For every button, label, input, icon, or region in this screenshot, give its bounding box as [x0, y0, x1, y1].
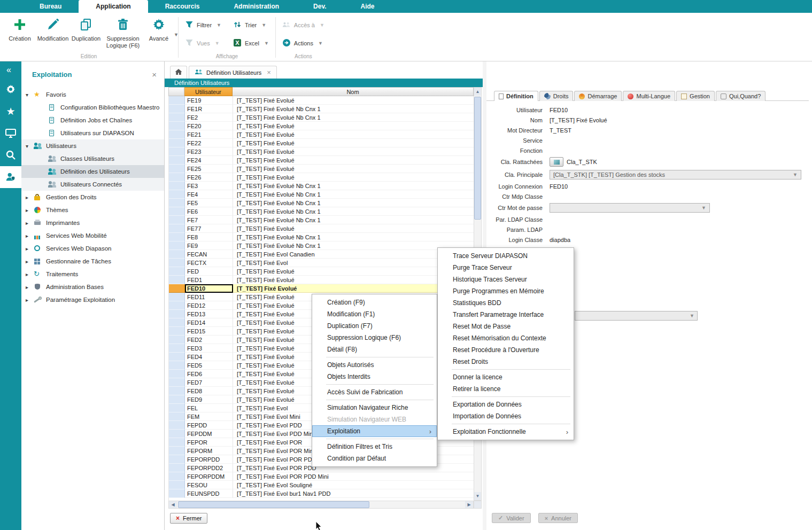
- row-selector[interactable]: [169, 327, 185, 336]
- tree-item[interactable]: Utilisateurs Connectés: [21, 178, 164, 191]
- row-selector[interactable]: [169, 404, 185, 412]
- row-selector[interactable]: [169, 361, 185, 370]
- submenu-item[interactable]: Importation de Données: [438, 410, 574, 422]
- row-selector[interactable]: [169, 96, 185, 105]
- row-selector[interactable]: [169, 259, 185, 267]
- tree-item[interactable]: Classes Utilisateurs: [21, 152, 164, 165]
- tree-item[interactable]: ▸ Traitements: [21, 268, 164, 280]
- row-selector[interactable]: [169, 318, 185, 327]
- table-row[interactable]: FED10 [T_TEST] Fixé Evolué: [169, 284, 474, 293]
- excel-button[interactable]: X Excel ▼: [230, 35, 272, 51]
- table-row[interactable]: FE2 [T_TEST] Fixé Evolué Nb Cnx 1: [169, 113, 474, 122]
- row-selector[interactable]: [169, 336, 185, 344]
- row-selector[interactable]: [169, 412, 185, 421]
- row-selector[interactable]: [169, 190, 185, 199]
- tree-item[interactable]: ▸ Paramétrage Exploitation: [21, 293, 164, 306]
- table-row[interactable]: FE21 [T_TEST] Fixé Evolué: [169, 130, 474, 139]
- field-value-box[interactable]: FED10 ▼: [550, 183, 812, 190]
- tree-item[interactable]: ▸ Thèmes: [21, 204, 164, 216]
- chevron-down-icon[interactable]: ▼: [261, 22, 266, 28]
- actions-button[interactable]: Actions ▼: [280, 35, 327, 51]
- row-selector[interactable]: [169, 199, 185, 207]
- tree-item[interactable]: ▾ Utilisateurs: [21, 139, 164, 152]
- tree-item[interactable]: ▸ Gestionnaire de Tâches: [21, 255, 164, 268]
- row-selector[interactable]: [169, 370, 185, 378]
- row-selector[interactable]: [169, 165, 185, 173]
- close-panel-icon[interactable]: ×: [152, 70, 157, 79]
- tree-item[interactable]: ▸ Imprimantes: [21, 216, 164, 229]
- submenu-item[interactable]: Statistiques BDD: [438, 297, 574, 309]
- expander-icon[interactable]: ▸: [26, 220, 34, 226]
- tree-item[interactable]: Configuration Bibliothèques Maestro: [21, 101, 164, 114]
- submenu-item[interactable]: Transfert Parametrage Interface: [438, 309, 574, 321]
- detail-tab[interactable]: Démarrage: [574, 91, 622, 101]
- expander-icon[interactable]: ▾: [26, 92, 34, 98]
- row-selector[interactable]: [169, 233, 185, 241]
- settings-strip-button[interactable]: [0, 79, 21, 100]
- scroll-right-icon[interactable]: ▶: [465, 501, 473, 508]
- horizontal-scroll-thumb[interactable]: [178, 501, 369, 508]
- submenu-item[interactable]: Trace Serveur DIAPASON: [438, 250, 574, 262]
- row-selector[interactable]: [169, 310, 185, 318]
- filtrer-button[interactable]: Filtrer ▼: [182, 17, 224, 33]
- row-selector[interactable]: [169, 276, 185, 284]
- row-selector[interactable]: [169, 224, 185, 233]
- row-selector[interactable]: [169, 250, 185, 259]
- table-row[interactable]: FED [T_TEST] Fixé Evolué: [169, 267, 474, 276]
- detail-tab[interactable]: Droits: [539, 91, 574, 101]
- tree-item[interactable]: Utilisateurs sur DIAPASON: [21, 127, 164, 139]
- scroll-down-icon[interactable]: ▼: [474, 492, 481, 500]
- row-selector[interactable]: [169, 395, 185, 404]
- table-row[interactable]: FE9 [T_TEST] Fixé Evolué Nb Cnx 1: [169, 241, 474, 250]
- submenu-item[interactable]: Purge Programmes en Mémoire: [438, 285, 574, 297]
- chevron-down-icon[interactable]: ▼: [701, 205, 706, 211]
- expander-icon[interactable]: ▸: [26, 259, 34, 264]
- context-menu-item[interactable]: Modification (F1): [312, 308, 437, 320]
- context-menu-item[interactable]: Accès Suivi de Fabrication: [312, 386, 437, 398]
- row-selector[interactable]: [169, 481, 185, 489]
- detail-tab[interactable]: Gestion: [676, 91, 715, 101]
- row-selector[interactable]: [169, 353, 185, 361]
- menubar-item[interactable]: Dev.: [296, 0, 343, 13]
- field-value-box[interactable]: diapdba ▼: [550, 237, 812, 243]
- tree-item[interactable]: ▾ Favoris: [21, 88, 164, 101]
- column-header-nom[interactable]: Nom: [233, 87, 474, 96]
- expander-icon[interactable]: ▸: [26, 233, 34, 239]
- duplication-button[interactable]: Duplication: [69, 13, 103, 52]
- row-selector[interactable]: [169, 267, 185, 276]
- context-menu-item[interactable]: Simulation Navigateur Riche: [312, 402, 437, 414]
- table-row[interactable]: FE22 [T_TEST] Fixé Evolué: [169, 139, 474, 147]
- table-row[interactable]: FE8 [T_TEST] Fixé Evolué Nb Cnx 1: [169, 233, 474, 241]
- menubar-item[interactable]: Bureau: [22, 0, 79, 13]
- chevron-down-icon[interactable]: ▼: [318, 41, 323, 46]
- row-selector[interactable]: [169, 455, 185, 464]
- table-row[interactable]: FE3 [T_TEST] Fixé Evolué Nb Cnx 1: [169, 182, 474, 190]
- row-selector[interactable]: [169, 105, 185, 113]
- search-strip-button[interactable]: [0, 144, 21, 166]
- field-value-box[interactable]: T_TEST ▼: [550, 127, 812, 134]
- table-row[interactable]: FECTX [T_TEST] Fixé Evol: [169, 259, 474, 267]
- expander-icon[interactable]: ▸: [26, 194, 34, 200]
- row-selector[interactable]: [169, 387, 185, 395]
- row-selector[interactable]: [169, 156, 185, 165]
- row-selector[interactable]: [169, 182, 185, 190]
- creation-button[interactable]: Création: [3, 13, 36, 52]
- menubar-item[interactable]: Administration: [216, 0, 296, 13]
- submenu-item[interactable]: Reset Mot de Passe: [438, 321, 574, 332]
- row-selector[interactable]: [169, 421, 185, 430]
- context-menu-item[interactable]: Objets Autorisés: [312, 359, 437, 371]
- table-row[interactable]: FE5 [T_TEST] Fixé Evolué Nb Cnx 1: [169, 199, 474, 207]
- context-menu-item[interactable]: Exploitation ›: [312, 425, 437, 437]
- menubar-item[interactable]: Raccourcis: [148, 0, 217, 13]
- class-lookup-button[interactable]: [550, 157, 563, 167]
- vues-button[interactable]: Vues ▼: [182, 35, 224, 51]
- row-selector[interactable]: [169, 489, 185, 498]
- suppression-logique-button[interactable]: Suppression Logique (F6): [103, 13, 143, 52]
- submenu-item[interactable]: Reset Mémorisation du Contexte: [438, 332, 574, 344]
- table-row[interactable]: FE25 [T_TEST] Fixé Evolué: [169, 165, 474, 173]
- table-row[interactable]: FEPORPDDM [T_TEST] Fixé Evol POR PDD Min…: [169, 472, 474, 481]
- chevron-down-icon[interactable]: ▼: [793, 172, 798, 177]
- submenu-item[interactable]: Purge Trace Serveur: [438, 262, 574, 274]
- modification-button[interactable]: Modification: [36, 13, 69, 52]
- field-value-box[interactable]: Cla_T_STK ▼: [567, 159, 812, 165]
